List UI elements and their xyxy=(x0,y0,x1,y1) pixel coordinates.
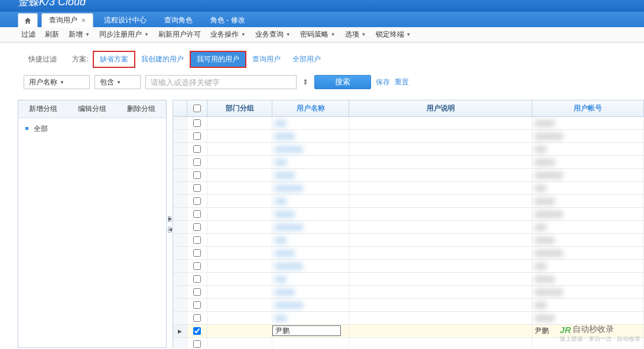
table-row[interactable] xyxy=(173,312,644,325)
lock-terminal-button[interactable]: 锁定终端▼ xyxy=(372,28,415,41)
col-dept[interactable]: 部门分组 xyxy=(207,100,272,116)
search-button[interactable]: 搜索 xyxy=(314,75,371,89)
row-checkbox[interactable] xyxy=(193,236,201,244)
tab-query-user[interactable]: 查询用户 ✕ xyxy=(41,13,93,27)
scheme-default[interactable]: 缺省方案 xyxy=(93,51,135,68)
table-row[interactable] xyxy=(173,286,644,299)
row-checkbox-cell[interactable] xyxy=(187,221,207,233)
field-combo[interactable]: 用户名称▼ xyxy=(24,75,90,89)
row-checkbox-cell[interactable] xyxy=(187,182,207,194)
options-button[interactable]: 选项▼ xyxy=(341,28,370,41)
select-all-checkbox[interactable] xyxy=(193,105,201,112)
filter-button[interactable]: 过滤 xyxy=(18,28,39,41)
row-checkbox-cell[interactable] xyxy=(187,143,207,155)
row-checkbox-cell[interactable] xyxy=(187,312,207,324)
table-row[interactable] xyxy=(173,273,644,286)
cell-username[interactable] xyxy=(272,117,349,129)
col-userdesc[interactable]: 用户说明 xyxy=(349,100,532,116)
row-checkbox-cell[interactable] xyxy=(187,156,207,168)
cell-username[interactable] xyxy=(272,169,349,181)
new-button[interactable]: 新增▼ xyxy=(65,28,93,41)
expand-toggle-icon[interactable]: ▲▼ xyxy=(301,79,310,86)
edit-group-button[interactable]: 编辑分组 xyxy=(67,100,116,118)
operator-combo[interactable]: 包含▼ xyxy=(95,75,141,89)
refresh-license-button[interactable]: 刷新用户许可 xyxy=(155,28,204,41)
row-checkbox-cell[interactable] xyxy=(187,273,207,285)
row-checkbox-cell[interactable] xyxy=(187,130,207,142)
close-icon[interactable]: ✕ xyxy=(81,17,86,24)
row-checkbox[interactable] xyxy=(193,197,201,205)
table-row[interactable] xyxy=(173,143,644,156)
sync-users-button[interactable]: 同步注册用户▼ xyxy=(96,28,152,41)
row-checkbox[interactable] xyxy=(193,249,201,257)
cell-username[interactable] xyxy=(272,195,349,207)
table-row[interactable] xyxy=(173,130,644,143)
row-checkbox[interactable] xyxy=(193,145,201,153)
refresh-button[interactable]: 刷新 xyxy=(41,28,63,41)
scheme-query-user[interactable]: 查询用户 xyxy=(246,52,287,67)
tab-workflow-center[interactable]: 流程设计中心 xyxy=(97,13,154,27)
splitter-left-icon[interactable]: ◀ xyxy=(168,227,171,233)
home-tab[interactable] xyxy=(18,13,38,27)
table-row[interactable] xyxy=(173,182,644,195)
cell-username[interactable] xyxy=(272,338,349,348)
row-checkbox-cell[interactable] xyxy=(187,234,207,246)
table-row[interactable] xyxy=(173,234,644,247)
row-checkbox[interactable] xyxy=(193,288,201,296)
splitter[interactable]: ▶ ◀ xyxy=(167,100,173,348)
cell-username[interactable] xyxy=(272,234,349,246)
table-row[interactable] xyxy=(173,208,644,221)
row-checkbox[interactable] xyxy=(193,262,201,270)
table-row[interactable] xyxy=(173,260,644,273)
cell-username[interactable] xyxy=(272,247,349,259)
row-checkbox[interactable] xyxy=(193,119,201,127)
pwd-policy-button[interactable]: 密码策略▼ xyxy=(297,28,339,41)
row-checkbox-cell[interactable] xyxy=(187,169,207,181)
cell-username[interactable] xyxy=(272,260,349,272)
row-checkbox[interactable] xyxy=(193,171,201,179)
row-checkbox-cell[interactable] xyxy=(187,338,207,348)
row-checkbox-cell[interactable] xyxy=(187,117,207,129)
keyword-input[interactable] xyxy=(145,75,297,89)
delete-group-button[interactable]: 删除分组 xyxy=(117,100,166,118)
cell-username[interactable] xyxy=(272,156,349,168)
col-useracct[interactable]: 用户帐号 xyxy=(532,100,644,116)
cell-username[interactable] xyxy=(272,273,349,285)
row-checkbox-cell[interactable] xyxy=(187,247,207,259)
reset-link[interactable]: 重置 xyxy=(395,77,409,87)
scheme-created-by-me[interactable]: 我创建的用户 xyxy=(135,52,190,67)
tab-query-role[interactable]: 查询角色 xyxy=(157,13,200,27)
cell-username[interactable] xyxy=(272,299,349,311)
row-checkbox-cell[interactable] xyxy=(187,286,207,298)
tree-item-all[interactable]: 全部 xyxy=(25,123,159,135)
username-edit-cell[interactable]: 尹鹏 xyxy=(272,325,341,336)
row-checkbox-cell[interactable] xyxy=(187,325,207,337)
table-row[interactable] xyxy=(173,195,644,208)
row-checkbox[interactable] xyxy=(193,275,201,283)
cell-username[interactable]: 尹鹏 xyxy=(272,325,349,337)
cell-username[interactable] xyxy=(272,182,349,194)
cell-username[interactable] xyxy=(272,221,349,233)
scheme-available[interactable]: 我可用的用户 xyxy=(191,52,245,67)
table-row[interactable] xyxy=(173,299,644,312)
cell-username[interactable] xyxy=(272,130,349,142)
cell-username[interactable] xyxy=(272,143,349,155)
row-checkbox-cell[interactable] xyxy=(187,260,207,272)
row-checkbox[interactable] xyxy=(193,158,201,166)
row-checkbox[interactable] xyxy=(193,132,201,140)
row-checkbox[interactable] xyxy=(193,210,201,218)
biz-ops-button[interactable]: 业务操作▼ xyxy=(207,28,249,41)
row-checkbox[interactable] xyxy=(193,223,201,231)
col-username[interactable]: 用户名称 xyxy=(272,100,349,116)
cell-username[interactable] xyxy=(272,286,349,298)
cell-username[interactable] xyxy=(272,312,349,324)
new-group-button[interactable]: 新增分组 xyxy=(18,100,67,118)
row-checkbox[interactable] xyxy=(193,314,201,322)
biz-query-button[interactable]: 业务查询▼ xyxy=(252,28,294,41)
row-checkbox-cell[interactable] xyxy=(187,195,207,207)
row-checkbox-cell[interactable] xyxy=(187,299,207,311)
cell-username[interactable] xyxy=(272,208,349,220)
table-row[interactable] xyxy=(173,247,644,260)
table-row[interactable] xyxy=(173,221,644,234)
col-checkbox[interactable] xyxy=(187,100,207,116)
